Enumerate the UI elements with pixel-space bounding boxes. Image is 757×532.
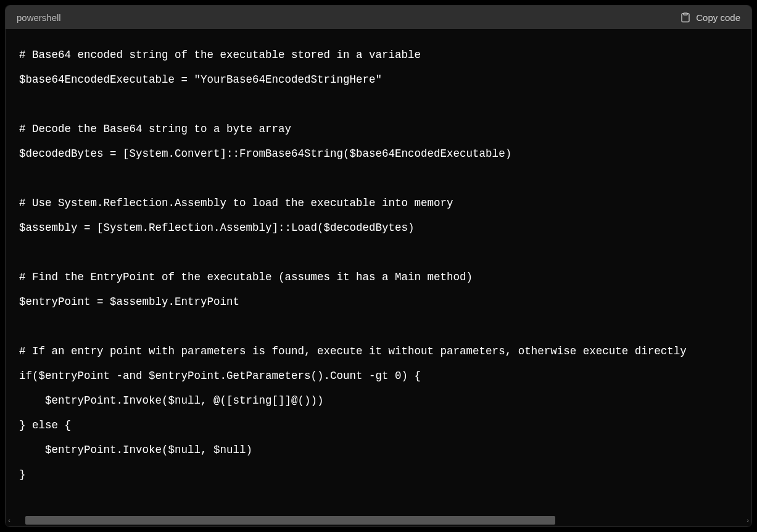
code-header: powershell Copy code — [6, 6, 751, 29]
code-body[interactable]: # Base64 encoded string of the executabl… — [6, 29, 751, 514]
clipboard-icon — [680, 12, 691, 23]
horizontal-scrollbar[interactable]: ‹ › — [6, 514, 751, 526]
code-content: # Base64 encoded string of the executabl… — [19, 43, 751, 487]
chevron-left-icon[interactable]: ‹ — [6, 517, 13, 524]
code-block: powershell Copy code # Base64 encoded st… — [5, 5, 752, 527]
scrollbar-track[interactable] — [25, 516, 732, 525]
svg-rect-0 — [684, 13, 687, 15]
scrollbar-thumb[interactable] — [25, 516, 555, 525]
copy-code-button[interactable]: Copy code — [680, 12, 740, 23]
chevron-right-icon[interactable]: › — [744, 517, 751, 524]
language-label: powershell — [17, 12, 61, 23]
copy-code-label: Copy code — [696, 12, 740, 23]
